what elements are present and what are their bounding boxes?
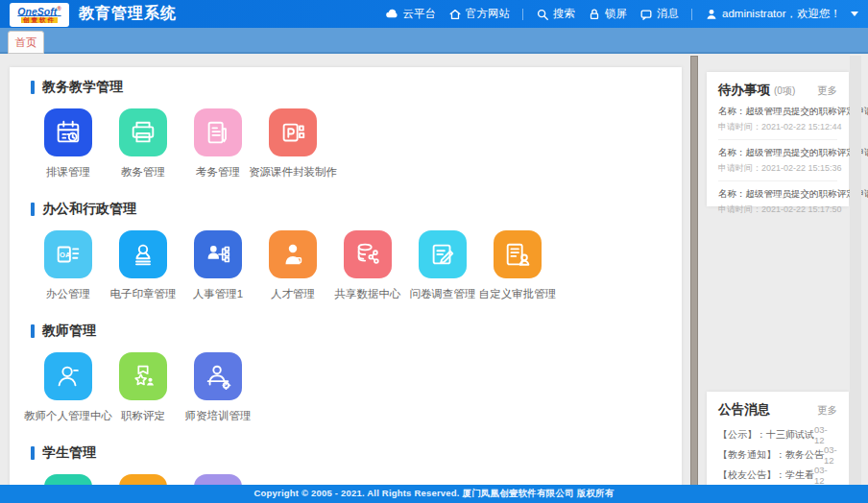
app-tile-course-scheduling[interactable]: 排课管理	[31, 108, 106, 180]
footer-copyright: Copyright © 2005 - 2021. All Rights Rese…	[0, 485, 868, 503]
calendar-clock-icon	[44, 108, 92, 156]
notice-item[interactable]: 【公示】：十三师试试 03-12	[718, 424, 837, 444]
app-tile-e-seal[interactable]: 电子印章管理	[106, 230, 181, 301]
printer-icon	[119, 108, 167, 156]
todo-card: 待办事项 (0项) 更多 名称：超级管理员提交的职称评定申请 申请时间：2021…	[707, 72, 849, 206]
header-menu: 云平台 官方网站 搜索 锁屏 消息 administrator	[373, 7, 858, 21]
exam-doc-icon	[194, 108, 242, 156]
survey-pencil-icon	[419, 230, 467, 278]
notice-item[interactable]: 【校友公告】：学生看 03-12	[718, 465, 837, 485]
lock-icon	[588, 8, 601, 21]
app-title: 教育管理系统	[79, 4, 177, 24]
title-bar-accent	[31, 446, 35, 460]
app-tile-courseware-packaging[interactable]: 资源课件封装制作	[255, 108, 330, 180]
main-scrollbar[interactable]	[690, 56, 698, 503]
notice-more-link[interactable]: 更多	[817, 404, 837, 418]
tab-bar: 首页	[0, 28, 868, 54]
title-bar-accent	[31, 81, 35, 94]
message-icon	[639, 8, 653, 21]
app-tile-survey-management[interactable]: 问卷调查管理	[405, 230, 480, 301]
onesoft-logo[interactable]: OneSoft® 创壹软件	[10, 3, 69, 27]
stamp-icon	[119, 230, 167, 278]
logo-sub-text: 创壹软件	[21, 17, 58, 24]
menu-official-site[interactable]: 官方网站	[448, 7, 510, 21]
section-teacher-management: 教师管理 教师个人管理中心 职称评定	[31, 323, 661, 423]
menu-messages[interactable]: 消息	[639, 7, 679, 21]
todo-title: 待办事项	[718, 82, 770, 99]
person-tie-icon	[269, 230, 317, 278]
todo-count: (0项)	[774, 84, 795, 98]
top-header: OneSoft® 创壹软件 教育管理系统 云平台 官方网站 搜索 锁屏	[0, 0, 868, 28]
person-gear-icon	[194, 352, 242, 400]
todo-item[interactable]: 名称：超级管理员提交的职称评定申请 申请时间：2021-02-22 15:17:…	[718, 181, 837, 222]
home-icon	[448, 8, 462, 21]
app-window: OneSoft® 创壹软件 教育管理系统 云平台 官方网站 搜索 锁屏	[0, 0, 868, 503]
section-title: 学生管理	[31, 444, 661, 462]
section-teaching-management: 教务教学管理 排课管理 教务管理	[31, 79, 661, 180]
user-menu[interactable]: administrator，欢迎您！	[705, 7, 858, 21]
tab-home[interactable]: 首页	[8, 31, 44, 54]
title-bar-accent	[31, 324, 35, 338]
org-person-icon	[194, 230, 242, 278]
menu-separator	[691, 9, 692, 20]
app-tile-academic-affairs[interactable]: 教务管理	[106, 108, 181, 180]
cloud-icon	[385, 7, 399, 21]
person-outline-icon	[44, 352, 92, 400]
section-title: 教师管理	[31, 323, 661, 340]
menu-cloud-platform[interactable]: 云平台	[385, 7, 437, 21]
right-scroll-track[interactable]	[850, 56, 861, 485]
section-office-admin: 办公和行政管理 OA 办公管理 电子印章管理	[31, 201, 661, 301]
main-panel: 教务教学管理 排课管理 教务管理	[10, 67, 682, 503]
menu-lock-screen[interactable]: 锁屏	[588, 7, 627, 21]
app-tile-teacher-personal-center[interactable]: 教师个人管理中心	[31, 352, 106, 423]
logo-brand-text: OneSoft®	[17, 6, 60, 16]
app-tile-exam-affairs[interactable]: 考务管理	[181, 108, 255, 180]
app-tile-shared-data-center[interactable]: 共享数据中心	[330, 230, 405, 301]
approval-doc-icon	[494, 230, 542, 278]
user-icon	[705, 8, 718, 21]
chevron-down-icon	[851, 12, 858, 16]
svg-text:OA: OA	[60, 251, 71, 259]
app-tile-title-evaluation[interactable]: 职称评定	[106, 352, 181, 423]
todo-item[interactable]: 名称：超级管理员提交的职称评定申请 申请时间：2021-02-22 15:12:…	[718, 99, 837, 140]
app-tile-teacher-training[interactable]: 师资培训管理	[181, 352, 255, 423]
app-tile-office-management[interactable]: OA 办公管理	[31, 230, 106, 301]
section-title: 办公和行政管理	[31, 201, 661, 218]
medal-star-icon	[119, 352, 167, 400]
app-tile-talent-management[interactable]: 人才管理	[255, 230, 330, 301]
oa-icon: OA	[44, 230, 92, 278]
menu-separator	[522, 9, 523, 20]
notice-title: 公告消息	[718, 401, 770, 419]
notice-item[interactable]: 【教务通知】：教务公告 03-12	[718, 444, 837, 465]
search-icon	[536, 8, 549, 21]
app-tile-custom-approval[interactable]: 自定义审批管理	[480, 230, 555, 301]
todo-item[interactable]: 名称：超级管理员提交的职称评定申请 申请时间：2021-02-22 15:15:…	[718, 140, 837, 181]
ppt-icon	[269, 108, 317, 156]
app-tile-hr-management[interactable]: 人事管理1	[181, 230, 255, 301]
section-title: 教务教学管理	[31, 79, 661, 96]
database-share-icon	[344, 230, 392, 278]
menu-search[interactable]: 搜索	[536, 7, 575, 21]
title-bar-accent	[31, 203, 35, 216]
todo-more-link[interactable]: 更多	[817, 84, 837, 98]
